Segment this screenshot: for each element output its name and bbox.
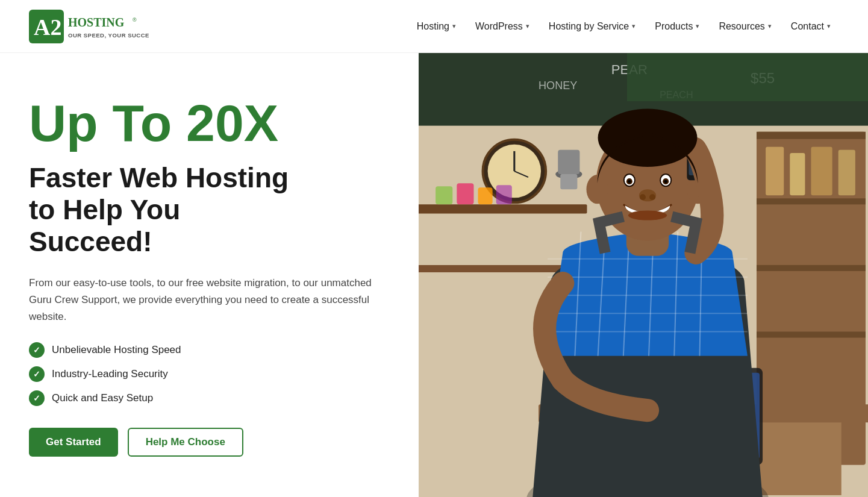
chevron-down-icon: ▾ [827, 22, 831, 30]
chevron-down-icon: ▾ [452, 22, 456, 30]
svg-text:OUR SPEED, YOUR SUCCESS: OUR SPEED, YOUR SUCCESS [68, 32, 149, 39]
main-nav: Hosting ▾ WordPress ▾ Hosting by Service… [408, 16, 839, 37]
nav-hosting-by-service[interactable]: Hosting by Service ▾ [540, 16, 644, 37]
nav-wordpress[interactable]: WordPress ▾ [467, 16, 538, 37]
chevron-down-icon: ▾ [768, 22, 772, 30]
nav-hosting[interactable]: Hosting ▾ [408, 16, 464, 37]
logo[interactable]: A2 HOSTING ® OUR SPEED, YOUR SUCCESS [29, 8, 149, 45]
chevron-down-icon: ▾ [632, 22, 635, 30]
check-icon [29, 390, 45, 406]
hero-tagline: Up To 20X [29, 96, 390, 150]
hero-section: Up To 20X Faster Web Hosting to Help You… [0, 53, 868, 497]
feature-item-speed: Unbelievable Hosting Speed [29, 342, 390, 358]
hero-subtitle: Faster Web Hosting to Help You Succeed! [29, 162, 390, 258]
chevron-down-icon: ▾ [526, 22, 529, 30]
logo-svg: A2 HOSTING ® OUR SPEED, YOUR SUCCESS [29, 8, 149, 45]
get-started-button[interactable]: Get Started [29, 428, 118, 457]
svg-text:A2: A2 [34, 14, 61, 40]
hero-image: PEAR HONEY PEACH $55 [419, 53, 868, 497]
nav-contact[interactable]: Contact ▾ [782, 16, 839, 37]
background-elements [419, 53, 868, 497]
check-icon [29, 342, 45, 358]
nav-resources[interactable]: Resources ▾ [710, 16, 779, 37]
feature-list: Unbelievable Hosting Speed Industry-Lead… [29, 342, 390, 406]
chevron-down-icon: ▾ [696, 22, 699, 30]
hero-description: From our easy-to-use tools, to our free … [29, 275, 390, 325]
help-me-choose-button[interactable]: Help Me Choose [128, 428, 243, 457]
svg-text:HOSTING: HOSTING [68, 16, 125, 29]
header: A2 HOSTING ® OUR SPEED, YOUR SUCCESS Hos… [0, 0, 868, 53]
feature-item-setup: Quick and Easy Setup [29, 390, 390, 406]
chalkboard-decoration [627, 53, 868, 101]
hero-content: Up To 20X Faster Web Hosting to Help You… [0, 53, 419, 497]
hero-buttons: Get Started Help Me Choose [29, 428, 390, 457]
svg-text:®: ® [133, 17, 137, 23]
check-icon [29, 366, 45, 382]
feature-item-security: Industry-Leading Security [29, 366, 390, 382]
nav-products[interactable]: Products ▾ [646, 16, 708, 37]
